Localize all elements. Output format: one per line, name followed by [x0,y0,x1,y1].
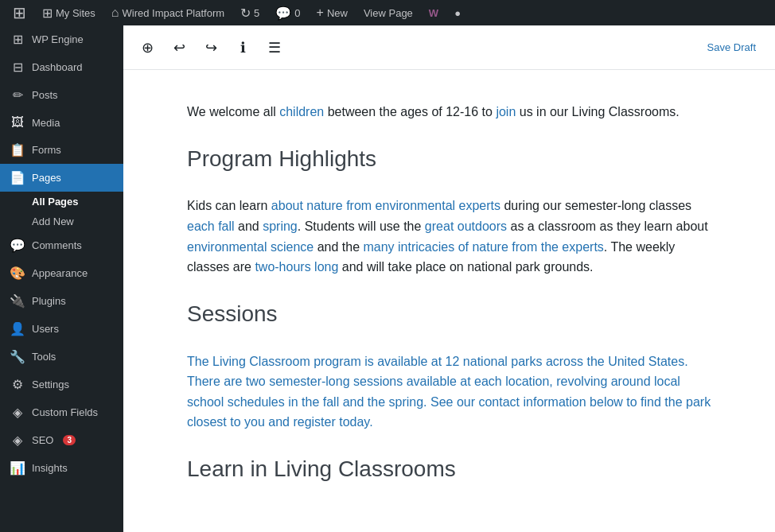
sidebar-item-custom-fields[interactable]: ◈ Custom Fields [0,398,123,426]
paragraph-block-2[interactable]: Kids can learn about nature from environ… [187,196,711,277]
main-layout: ⊞ WP Engine ⊟ Dashboard ✏ Posts 🖼 Media … [0,25,775,532]
save-draft-label: Save Draft [707,41,756,53]
sidebar-item-label: Pages [32,172,61,184]
link-children: children [279,105,324,118]
sidebar-item-comments[interactable]: 💬 Comments [0,231,123,259]
paragraph-block-1[interactable]: We welcome all children between the ages… [187,102,711,122]
add-block-button[interactable]: ⊕ [133,33,162,62]
redo-button[interactable]: ↪ [197,33,225,62]
undo-button[interactable]: ↩ [165,33,193,62]
sidebar-item-pages[interactable]: 📄 Pages [0,164,123,192]
link-spring: spring [263,219,298,233]
sidebar-item-settings[interactable]: ⚙ Settings [0,371,123,398]
users-icon: 👤 [10,321,25,336]
user-circle-icon: ● [454,7,461,19]
sidebar-item-label: Custom Fields [32,406,98,418]
heading-block-2[interactable]: Sessions [187,297,711,332]
sidebar-item-forms[interactable]: 📋 Forms [0,136,123,164]
sidebar-item-label: Posts [32,89,58,101]
paragraph-text-3: The Living Classroom program is availabl… [187,351,711,433]
link-each-fall: each fall [187,219,235,233]
home-icon: ⌂ [111,6,119,20]
link-session-main: The Living Classroom program is availabl… [187,355,711,429]
link-two-hours: two-hours long [255,260,338,274]
user-avatar[interactable]: ● [448,0,467,25]
my-sites-icon: ⊞ [42,6,53,21]
admin-bar: ⊞ ⊞ My Sites ⌂ Wired Impact Platform ↻ 5… [0,0,775,25]
sidebar-item-label: Insights [32,462,68,474]
forms-icon: 📋 [10,142,25,157]
heading-block-1[interactable]: Program Highlights [187,142,711,177]
comments-icon: 💬 [275,6,291,21]
view-page-label: View Page [364,7,413,19]
sidebar: ⊞ WP Engine ⊟ Dashboard ✏ Posts 🖼 Media … [0,25,123,532]
sidebar-item-tools[interactable]: 🔧 Tools [0,343,123,371]
sidebar-item-dashboard[interactable]: ⊟ Dashboard [0,53,123,81]
sidebar-item-label: WP Engine [32,33,84,45]
heading-learn: Learn in Living Classrooms [187,452,711,487]
sidebar-item-insights[interactable]: 📊 Insights [0,454,123,482]
wp-engine-icon: ⊞ [10,32,25,47]
sidebar-item-label: Forms [32,144,61,156]
sidebar-item-users[interactable]: 👤 Users [0,315,123,343]
sidebar-item-label: Tools [32,351,56,363]
sidebar-item-plugins[interactable]: 🔌 Plugins [0,287,123,315]
heading-block-3[interactable]: Learn in Living Classrooms [187,452,711,487]
paragraph-text-1: We welcome all children between the ages… [187,102,711,122]
seo-badge: 3 [63,435,76,445]
sidebar-item-media[interactable]: 🖼 Media [0,109,123,136]
pages-icon: 📄 [10,170,25,185]
comments-menu[interactable]: 💬 0 [269,0,306,25]
paragraph-block-3[interactable]: The Living Classroom program is availabl… [187,351,711,433]
seo-icon: ◈ [10,433,25,448]
paragraph-text-2: Kids can learn about nature from environ… [187,196,711,277]
insights-icon: 📊 [10,460,25,476]
wp-logo-icon[interactable]: ⊞ [6,3,33,22]
plus-icon: + [317,6,324,20]
link-env-science: environmental science [187,240,314,254]
sidebar-item-seo[interactable]: ◈ SEO 3 [0,426,123,454]
new-label: New [327,7,348,19]
sidebar-item-posts[interactable]: ✏ Posts [0,81,123,109]
sidebar-item-label: Settings [32,379,69,390]
updates-icon: ↻ [240,6,251,21]
appearance-icon: 🎨 [10,266,25,281]
my-sites-label: My Sites [56,7,95,19]
link-intricacies: many intricacies of nature from the expe… [363,240,603,254]
sidebar-item-label: Comments [32,239,82,251]
editor-content[interactable]: We welcome all children between the ages… [123,70,775,532]
comments-count: 0 [294,7,300,19]
custom-fields-icon: ◈ [10,405,25,420]
posts-icon: ✏ [10,87,25,103]
plugins-icon: 🔌 [10,293,25,309]
sidebar-item-wp-engine[interactable]: ⊞ WP Engine [0,25,123,53]
content-area: ⊕ ↩ ↪ ℹ ☰ Save Draft We welcome all chil… [123,25,775,532]
new-content-menu[interactable]: + New [310,0,354,25]
my-sites-menu[interactable]: ⊞ My Sites [36,0,102,25]
media-icon: 🖼 [10,115,25,130]
view-page-link[interactable]: View Page [357,0,419,25]
heading-sessions: Sessions [187,297,711,332]
sidebar-subitem-all-pages[interactable]: All Pages [0,192,123,212]
details-button[interactable]: ℹ [228,33,257,62]
link-join: join [496,105,516,118]
comments-nav-icon: 💬 [10,238,25,253]
sidebar-item-appearance[interactable]: 🎨 Appearance [0,259,123,287]
sidebar-item-label: Dashboard [32,61,83,73]
dashboard-icon: ⊟ [10,60,25,75]
sidebar-subitem-add-new[interactable]: Add New [0,212,123,231]
sidebar-item-label: SEO [32,434,53,446]
link-nature: about nature from environmental experts [271,199,500,212]
save-draft-button[interactable]: Save Draft [698,37,765,58]
list-view-button[interactable]: ☰ [260,33,289,62]
heading-program-highlights: Program Highlights [187,142,711,177]
site-menu[interactable]: ⌂ Wired Impact Platform [105,0,231,25]
sidebar-item-label: Users [32,323,59,335]
updates-menu[interactable]: ↻ 5 [234,0,266,25]
link-great-outdoors: great outdoors [425,219,507,233]
sidebar-item-label: Media [32,117,60,129]
updates-count: 5 [254,7,259,19]
woo-icon-item[interactable]: W [423,0,445,25]
editor-toolbar: ⊕ ↩ ↪ ℹ ☰ Save Draft [123,25,775,70]
site-label: Wired Impact Platform [123,7,225,19]
